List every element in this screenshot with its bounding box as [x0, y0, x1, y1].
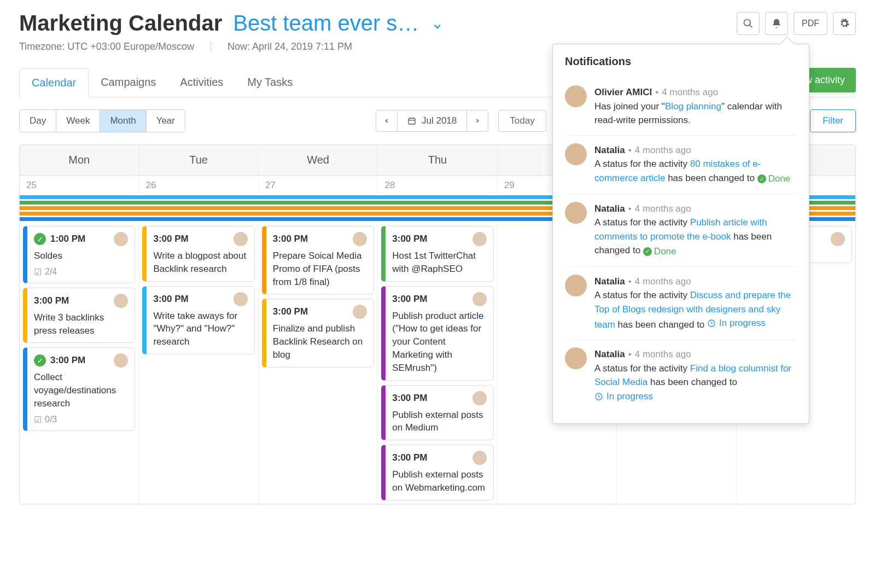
date-cell: 27 — [259, 176, 378, 195]
calendar-icon — [407, 117, 416, 125]
activity-card[interactable]: 3:00 PMPrepare Soical Media Promo of FIF… — [262, 226, 374, 294]
activity-body: Publish product article ("How to get ide… — [392, 310, 486, 375]
search-icon — [743, 18, 754, 29]
notif-ago: 4 months ago — [635, 276, 691, 287]
activity-body: Collect voyage/destinations research — [34, 371, 128, 410]
checklist-count: 0/3 — [45, 415, 57, 424]
activity-time: 3:00 PM — [153, 294, 188, 305]
page-title: Marketing Calendar — [19, 11, 222, 36]
notif-link[interactable]: Publish article with comments to promote… — [594, 217, 767, 242]
activity-card[interactable]: 3:00 PMPublish product article ("How to … — [381, 286, 493, 381]
activity-card[interactable]: 3:00 PMFinalize and publish Backlink Res… — [262, 299, 374, 367]
bell-icon — [771, 18, 782, 29]
activity-card[interactable]: 3:00 PMHost 1st TwitterChat with @RaphSE… — [381, 226, 493, 282]
view-year[interactable]: Year — [147, 110, 185, 132]
activity-time: 3:00 PM — [392, 452, 427, 463]
notif-avatar — [565, 275, 587, 296]
notification-item[interactable]: Natalia•4 months agoA status for the act… — [565, 194, 797, 267]
activity-body: Host 1st TwitterChat with @RaphSEO — [392, 249, 486, 276]
filter-button[interactable]: Filter — [810, 109, 856, 132]
view-month[interactable]: Month — [100, 110, 146, 132]
date-cell: 26 — [139, 176, 258, 195]
activity-card[interactable]: 3:00 PMPublish external posts on Webmark… — [381, 445, 493, 500]
pdf-button[interactable]: PDF — [794, 12, 827, 35]
tab-my-tasks[interactable]: My Tasks — [235, 68, 305, 96]
notification-item[interactable]: Natalia•4 months agoA status for the act… — [565, 136, 797, 194]
activity-card[interactable]: 3:00 PMWrite take aways for "Why?" and "… — [142, 286, 254, 354]
assignee-avatar — [234, 232, 248, 246]
tab-campaigns[interactable]: Campaigns — [89, 68, 168, 96]
assignee-avatar — [353, 305, 367, 319]
date-picker[interactable]: Jul 2018 — [398, 110, 466, 132]
activity-card[interactable]: 3:00 PMPublish external posts on Medium — [381, 385, 493, 441]
svg-rect-2 — [409, 118, 415, 124]
settings-button[interactable] — [833, 12, 856, 35]
notification-item[interactable]: Natalia•4 months agoA status for the act… — [565, 267, 797, 340]
team-selector-label[interactable]: Best team ever s… — [233, 11, 419, 36]
assignee-avatar — [472, 232, 487, 246]
view-segment: Day Week Month Year — [19, 109, 185, 132]
view-week[interactable]: Week — [56, 110, 100, 132]
notif-name: Natalia — [594, 203, 625, 214]
notif-link[interactable]: Blog planning — [665, 101, 721, 112]
dayhead-wed: Wed — [259, 145, 378, 175]
activity-card[interactable]: 3:00 PMWrite a blogpost about Backlink r… — [142, 226, 254, 282]
activity-body: Write 3 backlinks press releases — [34, 311, 128, 337]
assignee-avatar — [472, 451, 487, 465]
prev-button[interactable] — [376, 110, 398, 132]
notification-item[interactable]: Olivier AMICI•4 months agoHas joined you… — [565, 78, 797, 136]
status-in-progress: In progress — [594, 389, 653, 404]
notif-avatar — [565, 347, 587, 369]
view-day[interactable]: Day — [20, 110, 56, 132]
next-button[interactable] — [466, 110, 488, 132]
activity-time: 1:00 PM — [50, 234, 85, 244]
notifications-title: Notifications — [565, 55, 797, 68]
activity-body: Prepare Soical Media Promo of FIFA (post… — [273, 249, 367, 288]
notif-link[interactable]: 80 mistakes of e-commerce article — [594, 159, 761, 183]
date-label-text: Jul 2018 — [422, 115, 457, 126]
dayhead-mon: Mon — [20, 145, 139, 175]
notif-link[interactable]: Find a blog columnist for Social Media — [594, 363, 791, 388]
day-column: 3:00 PMWrite a blogpost about Backlink r… — [139, 223, 258, 504]
notif-name: Natalia — [594, 349, 625, 359]
notif-name: Olivier AMICI — [594, 87, 652, 97]
notif-avatar — [565, 143, 587, 165]
today-button[interactable]: Today — [498, 110, 546, 132]
assignee-avatar — [114, 232, 128, 246]
assignee-avatar — [114, 294, 128, 308]
chevron-right-icon — [474, 118, 481, 124]
activity-body: Soldes — [34, 249, 128, 263]
checklist-icon: ☑ — [34, 267, 42, 277]
activity-time: 3:00 PM — [392, 393, 427, 404]
activity-card[interactable]: ✓3:00 PMCollect voyage/destinations rese… — [23, 347, 135, 430]
activity-body: Publish external posts on Medium — [392, 409, 486, 435]
notif-ago: 4 months ago — [635, 145, 691, 155]
timezone-label: Timezone: UTC +03:00 Europe/Moscow — [19, 41, 194, 53]
clock-icon — [594, 392, 603, 401]
day-column: 3:00 PMHost 1st TwitterChat with @RaphSE… — [378, 223, 497, 504]
day-column: ✓1:00 PMSoldes☑2/43:00 PMWrite 3 backlin… — [20, 223, 139, 504]
now-label: Now: April 24, 2019 7:11 PM — [228, 41, 352, 53]
assignee-avatar — [472, 391, 487, 405]
assignee-avatar — [472, 292, 487, 306]
search-button[interactable] — [737, 12, 760, 35]
tab-activities[interactable]: Activities — [168, 68, 235, 96]
chevron-down-icon[interactable]: ⌄ — [431, 14, 444, 32]
assignee-avatar — [353, 232, 367, 246]
checklist-icon: ☑ — [34, 415, 42, 425]
divider — [211, 42, 211, 53]
gear-icon — [839, 18, 850, 29]
date-cell: 25 — [20, 176, 139, 195]
activity-card[interactable]: 3:00 PMWrite 3 backlinks press releases — [23, 288, 135, 344]
notif-ago: 4 months ago — [662, 87, 718, 97]
check-icon: ✓ — [34, 354, 46, 366]
notification-item[interactable]: Natalia•4 months agoA status for the act… — [565, 340, 797, 412]
notifications-panel: Notifications Olivier AMICI•4 months ago… — [552, 44, 809, 424]
activity-time: 3:00 PM — [34, 295, 69, 306]
activity-card[interactable]: ✓1:00 PMSoldes☑2/4 — [23, 226, 135, 283]
notifications-button[interactable] — [765, 12, 788, 35]
notif-avatar — [565, 202, 587, 224]
tab-calendar[interactable]: Calendar — [19, 68, 89, 97]
notif-ago: 4 months ago — [635, 203, 691, 214]
activity-time: 3:00 PM — [392, 234, 427, 244]
